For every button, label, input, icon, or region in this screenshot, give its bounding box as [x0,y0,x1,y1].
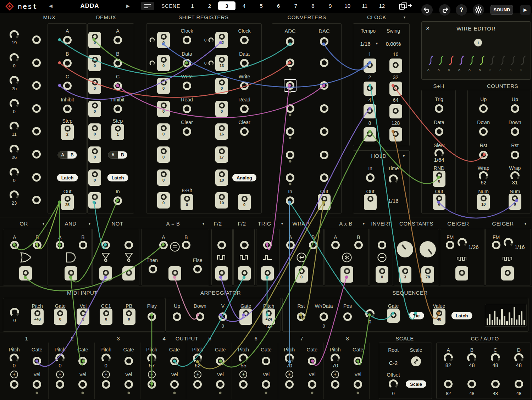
scene-number[interactable]: 2 [201,1,218,10]
shift2-cell-jackbox[interactable]: 16 [215,123,228,140]
constant2-knob[interactable] [420,241,436,257]
demux-output-jackbox[interactable]: 0 [88,123,101,140]
clock-division-jackbox[interactable] [364,127,376,141]
demux-input-jack[interactable] [113,36,122,44]
counter-num-jack[interactable] [512,195,518,201]
shift1-cell-jack[interactable] [161,125,167,131]
clock-division-jackbox[interactable] [364,59,376,73]
and-out-jackbox[interactable] [65,266,77,280]
cc-channel-jack[interactable] [515,380,523,388]
seq-wrdata-jack[interactable] [320,312,328,321]
seq-gate-jackbox[interactable] [387,309,400,323]
seq-value-jack[interactable] [436,310,442,316]
dac-out-jack[interactable] [321,196,327,202]
demux-output-jack[interactable] [92,34,98,40]
cc-channel-knob[interactable] [514,353,523,362]
mux-knob[interactable] [10,168,19,177]
shift1-cell-jack[interactable] [161,194,167,200]
dac-bit-jack[interactable] [320,104,328,113]
dac-bit-jack[interactable] [320,151,328,159]
channel-offset-jack[interactable]: + [56,371,64,378]
shift1-out-jackbox[interactable]: 0 [181,194,193,210]
arp-port-box-jack[interactable] [243,310,249,316]
not2-out-jack[interactable] [126,270,132,276]
delete-wire-icon[interactable]: × [468,67,471,72]
delete-wire-icon[interactable]: × [499,67,502,72]
geiger1-out-jackbox[interactable] [455,266,468,280]
hold-time-knob[interactable] [389,174,398,184]
channel-gate-jack[interactable] [216,357,225,365]
aeqb-b-jack[interactable] [182,241,190,249]
channel-pitch-knob[interactable] [331,354,340,363]
demux-output-jackbox[interactable]: 0 [88,192,101,209]
adc-bit-jack[interactable] [286,104,294,113]
aeqb-dropdown-caret[interactable]: ▼ [202,222,205,226]
clock-division-jack[interactable] [393,62,399,68]
dac-bit-jack[interactable] [320,81,328,90]
seq-pos-jack[interactable] [343,312,352,321]
wire-style-button[interactable]: × [426,54,436,76]
wrap-out-jackbox[interactable]: 0 [295,266,308,283]
shift2-port-jack[interactable] [240,36,249,44]
demux-step-jack[interactable] [115,126,121,132]
mux-knob-jack[interactable] [32,35,41,44]
channel-vel-jack[interactable] [354,380,362,389]
demux-step-jackbox[interactable]: 1 [111,124,124,140]
mux-knob[interactable] [10,76,19,85]
clock-division-jackbox[interactable] [389,59,402,73]
midi-port-jackbox[interactable]: 0 [77,309,89,325]
shift2-cell-jack[interactable] [219,125,225,131]
axb-dropdown-caret[interactable]: ▼ [362,222,365,226]
shift2-cell-jack[interactable] [219,194,225,200]
mux-knob[interactable] [10,145,19,154]
hold-dropdown-caret[interactable]: ▼ [402,154,405,158]
f2a-out-jackbox[interactable] [215,266,228,280]
seq-tie-button[interactable]: Tie [409,312,424,320]
scene-number[interactable]: 5 [253,1,270,10]
shift2-cell-jack[interactable] [219,102,225,109]
shift2-clock-knob[interactable] [209,38,214,43]
channel-vel-jack[interactable] [33,380,41,389]
shift1-cell-jackbox[interactable]: 0 [157,146,170,163]
shift2-cell-jackbox[interactable]: 10 [215,192,228,209]
shift1-out-jack[interactable] [184,196,190,202]
aeqb-a-jack[interactable] [159,241,168,249]
demux-in-jack[interactable] [113,196,122,205]
channel-offset-jack[interactable]: + [102,371,110,378]
demux-output-jack[interactable] [92,171,98,177]
channel-vel-jack[interactable] [78,380,87,389]
step-bar[interactable] [523,320,525,325]
clock-rate-caret[interactable]: ▼ [375,42,378,45]
and-b-jack[interactable] [79,241,87,249]
mux-knob[interactable] [10,53,19,62]
shift2-cell-jackbox[interactable]: 10 [215,170,228,186]
channel-offset-jack[interactable]: + [286,371,293,378]
wire-style-button[interactable]: × [488,54,498,76]
mux-latch-button[interactable]: Latch [57,174,78,182]
channel-pitch-knob[interactable] [147,354,156,363]
mux-knob-jack[interactable] [32,173,41,182]
dac-output-jack[interactable] [320,37,328,46]
shift2-cell-jackbox[interactable]: 12 [215,32,228,48]
shift2-cell-jack[interactable] [219,148,225,154]
wrap-b-jack[interactable] [309,241,317,249]
delete-wire-icon[interactable]: × [509,67,512,72]
midi-port-jackbox[interactable]: 0 [100,309,112,325]
shift1-port-jack[interactable] [183,36,191,44]
constant1-jack[interactable] [402,268,408,274]
adc-bit-jack[interactable] [286,127,294,136]
step-bar[interactable] [511,318,512,325]
adc-bit-jack[interactable] [286,59,294,67]
channel-gate-jack[interactable] [170,357,179,365]
counter-down-jack[interactable] [511,127,519,136]
seq-value-jackbox[interactable]: 48 [433,309,445,325]
midi-port-box-jack[interactable] [34,310,40,316]
mux-knob[interactable] [10,122,19,131]
aeqb-then-jack[interactable] [149,265,157,273]
not1-out-jackbox[interactable] [99,266,112,280]
shift1-clock-knob[interactable] [150,38,155,43]
shift2-cell-jackbox[interactable]: 17 [215,146,228,163]
demux-output-jack[interactable] [92,79,98,85]
shift1-cell-jack[interactable] [161,148,167,154]
channel-pitch-out-jack[interactable] [10,380,18,389]
